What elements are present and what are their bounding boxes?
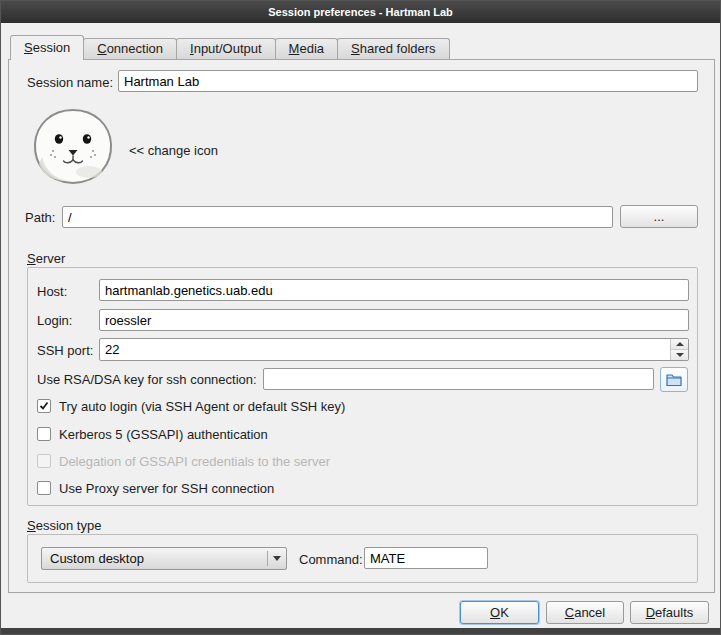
server-group-title: Server <box>27 251 65 266</box>
rsa-key-label: Use RSA/DSA key for ssh connection: <box>37 372 257 387</box>
ok-button[interactable]: OK <box>460 601 539 624</box>
session-type-group-title: Session type <box>27 518 101 533</box>
session-name-input[interactable] <box>118 70 698 92</box>
checkbox-kerberos-label: Kerberos 5 (GSSAPI) authentication <box>59 427 268 442</box>
ssh-port-label: SSH port: <box>37 343 93 358</box>
checkbox-auto-login-label: Try auto login (via SSH Agent or default… <box>59 399 345 414</box>
ssh-port-spin-buttons <box>670 339 688 360</box>
checkbox-kerberos[interactable] <box>37 427 51 441</box>
chevron-down-icon <box>268 556 286 561</box>
session-icon-button[interactable] <box>28 107 118 189</box>
server-group-title-mnemonic: S <box>27 251 36 266</box>
chevron-down-icon <box>676 353 684 357</box>
seal-icon <box>28 107 118 189</box>
session-type-title-rest: ession type <box>36 518 102 533</box>
tab-connection[interactable]: Connection <box>83 38 177 59</box>
checkbox-proxy[interactable] <box>37 481 51 495</box>
ok-button-mnemonic: O <box>490 605 500 620</box>
check-icon <box>39 401 49 411</box>
chevron-up-icon <box>676 342 684 346</box>
checkbox-row-gssapi-delegation: Delegation of GSSAPI credentials to the … <box>37 453 330 469</box>
session-type-value: Custom desktop <box>42 551 267 566</box>
tab-connection-mnemonic: C <box>97 41 106 56</box>
tab-bar: Session Connection Input/Output Media Sh… <box>10 35 449 59</box>
path-label: Path: <box>25 210 55 225</box>
window-bottom-edge <box>1 628 720 634</box>
defaults-button-label: efaults <box>655 605 693 620</box>
session-preferences-dialog: Session preferences - Hartman Lab Sessio… <box>0 0 721 635</box>
spin-up-button[interactable] <box>671 339 688 350</box>
tab-media-label: edia <box>299 41 324 56</box>
session-type-title-mnemonic: S <box>27 518 36 533</box>
ssh-port-input[interactable] <box>100 339 670 360</box>
login-input[interactable] <box>99 309 689 331</box>
path-browse-button[interactable]: ... <box>620 205 698 228</box>
server-group-title-rest: erver <box>36 251 66 266</box>
host-label: Host: <box>37 284 67 299</box>
checkbox-auto-login[interactable] <box>37 399 51 413</box>
checkbox-gssapi-delegation <box>37 454 51 468</box>
cancel-button-mnemonic: C <box>565 605 574 620</box>
checkbox-row-auto-login[interactable]: Try auto login (via SSH Agent or default… <box>37 398 345 414</box>
login-label: Login: <box>37 313 72 328</box>
tab-session-label: ession <box>33 40 71 55</box>
tab-input-output[interactable]: Input/Output <box>176 38 276 59</box>
session-type-dropdown[interactable]: Custom desktop <box>41 547 287 570</box>
tab-connection-label: onnection <box>107 41 163 56</box>
checkbox-row-proxy[interactable]: Use Proxy server for SSH connection <box>37 480 274 496</box>
cancel-button-label: ancel <box>574 605 605 620</box>
command-label: Command: <box>299 552 363 567</box>
window-title: Session preferences - Hartman Lab <box>268 6 453 18</box>
tab-shared-folders-mnemonic: S <box>351 41 360 56</box>
tab-media[interactable]: Media <box>275 38 338 59</box>
command-input[interactable] <box>364 547 488 569</box>
spin-down-button[interactable] <box>671 350 688 360</box>
tab-shared-folders-label: hared folders <box>360 41 436 56</box>
checkbox-gssapi-delegation-label: Delegation of GSSAPI credentials to the … <box>59 454 330 469</box>
session-name-label: Session name: <box>27 75 113 90</box>
tab-media-mnemonic: M <box>289 41 300 56</box>
change-icon-hint: << change icon <box>129 143 218 158</box>
tab-session-mnemonic: S <box>24 40 33 55</box>
tab-session[interactable]: Session <box>10 35 84 60</box>
defaults-button[interactable]: Defaults <box>630 601 709 624</box>
path-input[interactable] <box>62 206 613 228</box>
folder-open-icon <box>666 373 682 386</box>
rsa-key-browse-button[interactable] <box>660 367 688 392</box>
ssh-port-stepper <box>99 338 689 361</box>
rsa-key-input[interactable] <box>263 368 654 390</box>
host-input[interactable] <box>99 279 689 301</box>
checkbox-row-kerberos[interactable]: Kerberos 5 (GSSAPI) authentication <box>37 426 268 442</box>
checkbox-proxy-label: Use Proxy server for SSH connection <box>59 481 274 496</box>
cancel-button[interactable]: Cancel <box>546 601 624 624</box>
tab-shared-folders[interactable]: Shared folders <box>337 38 450 59</box>
ok-button-label: K <box>500 605 509 620</box>
window-titlebar[interactable]: Session preferences - Hartman Lab <box>1 1 720 23</box>
defaults-button-mnemonic: D <box>646 605 655 620</box>
tab-input-output-label: nput/Output <box>194 41 262 56</box>
